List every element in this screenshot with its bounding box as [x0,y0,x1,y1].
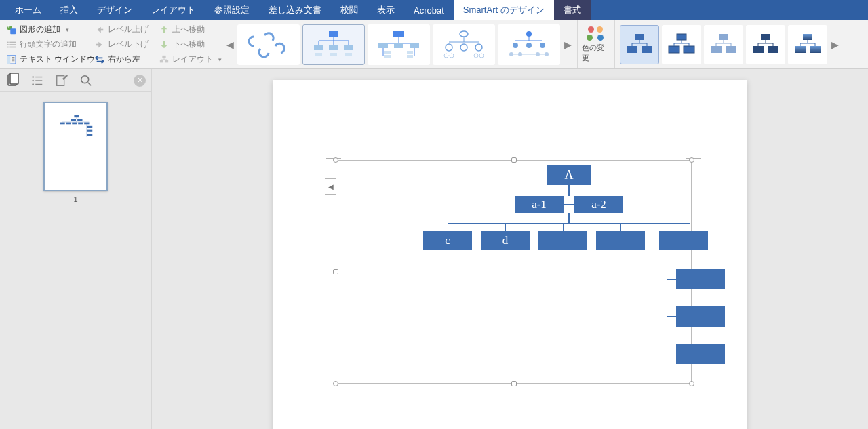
layout-option-4[interactable] [433,24,495,65]
rtl-button[interactable]: 右から左 [94,53,147,66]
page-thumbnail-1[interactable] [43,102,108,191]
svg-point-68 [518,52,522,56]
svg-point-67 [509,52,513,56]
pane-toolbar: ✕ [0,69,151,92]
layout-option-2[interactable] [302,24,365,65]
smartart-graphic[interactable]: A a-1 a-2 c d [336,161,692,384]
search-icon[interactable] [79,73,94,88]
svg-rect-78 [677,34,686,40]
svg-rect-87 [726,46,736,53]
move-down-button[interactable]: 下へ移動 [158,38,214,52]
node-l3-4[interactable] [659,231,708,250]
text-pane-icon [7,55,16,64]
document-canvas[interactable]: ◀ A a-1 a-2 [152,69,868,429]
svg-rect-130 [87,130,92,132]
svg-point-60 [526,31,532,37]
text-pane-toggle[interactable]: ◀ [325,178,336,195]
svg-rect-5 [9,41,16,43]
tab-mailings[interactable]: 差し込み文書 [259,0,331,20]
layout-menu-button[interactable]: レイアウト▾ [158,53,214,66]
svg-rect-26 [329,31,338,37]
svg-rect-36 [330,53,337,56]
add-bullet-button[interactable]: 行頭文字の追加 [5,38,83,52]
svg-rect-73 [642,46,652,53]
style-option-1[interactable] [620,25,659,64]
smartart-selection[interactable]: ◀ A a-1 a-2 [336,160,692,384]
pages-view-icon[interactable] [5,73,20,88]
svg-rect-85 [719,34,728,40]
svg-rect-9 [9,46,16,47]
svg-rect-131 [87,134,92,136]
layout-option-1[interactable] [237,24,300,65]
move-down-label: 下へ移動 [172,39,205,50]
svg-rect-101 [810,46,821,53]
node-hang-0[interactable] [676,269,725,289]
node-l3-2[interactable] [538,231,587,250]
close-pane-icon[interactable]: ✕ [134,75,146,87]
node-hang-2[interactable] [676,344,725,364]
svg-rect-120 [77,119,82,121]
svg-point-53 [446,44,452,51]
arrow-right-icon [95,40,104,49]
thumbnail-page-number: 1 [7,195,144,203]
svg-rect-94 [768,46,778,53]
add-bullet-label: 行頭文字の追加 [20,39,77,50]
svg-rect-49 [407,55,413,58]
style-option-3[interactable] [704,25,743,64]
arrow-down-icon [159,40,169,49]
ribbon: 図形の追加▾ 行頭文字の追加 テキスト ウインドウ レベル上げ レベル下げ 右か… [0,20,868,69]
style-option-2[interactable] [662,25,701,64]
svg-point-58 [474,54,478,58]
svg-point-112 [32,83,34,85]
svg-rect-92 [761,34,770,40]
move-up-button[interactable]: 上へ移動 [158,23,214,37]
edit-view-icon[interactable] [54,73,69,88]
node-root[interactable]: A [547,165,591,185]
demote-label: レベル下げ [108,39,149,50]
svg-rect-38 [393,31,404,37]
svg-rect-41 [378,43,388,48]
text-pane-button[interactable]: テキスト ウインドウ [5,53,83,66]
tab-design[interactable]: デザイン [87,0,142,20]
demote-button[interactable]: レベル下げ [94,38,147,52]
gallery-prev[interactable]: ◀ [224,24,236,65]
change-colors-label: 色の変更 [582,43,610,63]
style-option-5[interactable] [788,25,827,64]
gallery-next[interactable]: ▶ [561,24,574,65]
svg-point-56 [444,54,448,58]
layout-option-5[interactable] [498,24,560,65]
node-a1[interactable]: a-1 [515,196,564,213]
tab-review[interactable]: 校閲 [331,0,368,20]
change-colors-button[interactable]: 色の変更 [578,20,615,68]
tab-smartart-design[interactable]: SmartArt のデザイン [454,0,554,20]
style-option-4[interactable] [746,25,785,64]
styles-more[interactable]: ▶ [829,24,841,65]
tab-view[interactable]: 表示 [368,0,404,20]
svg-point-110 [32,79,34,81]
node-a2[interactable]: a-2 [574,196,623,213]
tab-insert[interactable]: 挿入 [51,0,87,20]
outline-view-icon[interactable] [30,73,45,88]
svg-rect-4 [7,41,9,43]
svg-rect-100 [795,46,806,53]
arrow-up-icon [159,25,169,35]
svg-rect-127 [84,123,89,125]
node-d[interactable]: d [481,231,530,250]
tab-home[interactable]: ホーム [5,0,51,20]
layout-icon [159,55,169,64]
add-shape-button[interactable]: 図形の追加▾ [5,23,83,37]
tab-layout[interactable]: レイアウト [142,0,205,20]
promote-button[interactable]: レベル上げ [94,23,147,37]
navigation-pane: ✕ [0,69,152,429]
node-c[interactable]: c [423,231,472,250]
color-dots-icon [587,26,606,43]
layout-option-3[interactable] [368,24,430,65]
tab-references[interactable]: 参照設定 [205,0,259,20]
swap-icon [95,55,104,64]
node-hang-1[interactable] [676,306,725,327]
tab-acrobat[interactable]: Acrobat [404,1,454,20]
node-l3-3[interactable] [596,231,645,250]
svg-rect-35 [315,53,322,56]
tab-format[interactable]: 書式 [554,0,591,20]
svg-point-108 [32,76,34,78]
